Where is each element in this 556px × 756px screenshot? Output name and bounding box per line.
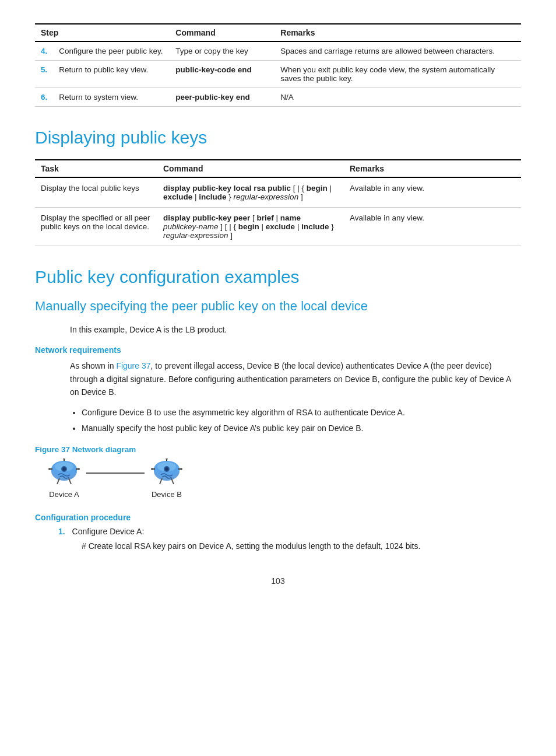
table-row: Display the specified or all peer public… bbox=[35, 208, 521, 246]
svg-point-8 bbox=[48, 468, 51, 470]
device-b-container: Device B bbox=[149, 459, 184, 499]
table-row: 5. Return to public key view. public-key… bbox=[35, 61, 521, 88]
step-table-top: Step Command Remarks 4. Configure the pe… bbox=[35, 23, 521, 107]
network-req-label: Network requirements bbox=[35, 345, 521, 355]
svg-point-17 bbox=[165, 467, 168, 471]
svg-point-4 bbox=[62, 467, 66, 471]
intro-text: In this example, Device A is the LB prod… bbox=[70, 323, 521, 336]
step-remarks-4: Spaces and carriage returns are allowed … bbox=[275, 41, 521, 61]
step-num-4: 4. bbox=[35, 41, 53, 61]
svg-point-10 bbox=[63, 459, 65, 460]
figure-label: Figure 37 Network diagram bbox=[35, 445, 521, 454]
proc-step-header-1: 1. Configure Device A: bbox=[58, 527, 521, 536]
svg-point-9 bbox=[78, 468, 80, 470]
step-remarks-5: When you exit public key code view, the … bbox=[275, 61, 521, 88]
table-row: Display the local public keys display pu… bbox=[35, 177, 521, 208]
proc-step-body-1: # Create local RSA key pairs on Device A… bbox=[82, 540, 521, 552]
task-col-remarks: Remarks bbox=[344, 160, 521, 177]
task-table: Task Command Remarks Display the local p… bbox=[35, 159, 521, 246]
svg-point-23 bbox=[166, 459, 168, 460]
step-num-5: 5. bbox=[35, 61, 53, 88]
device-a-label: Device A bbox=[49, 490, 79, 499]
step-desc-6: Return to system view. bbox=[53, 88, 170, 107]
table-row: 4. Configure the peer public key. Type o… bbox=[35, 41, 521, 61]
public-key-config-heading: Public key configuration examples bbox=[35, 267, 521, 287]
cmd-text-2: display public-key peer [ brief | name p… bbox=[163, 214, 334, 240]
task-cmd-2: display public-key peer [ brief | name p… bbox=[157, 208, 344, 246]
svg-point-21 bbox=[151, 468, 153, 470]
col-command: Command bbox=[170, 24, 275, 41]
task-remarks-1: Available in any view. bbox=[344, 177, 521, 208]
manually-specifying-heading: Manually specifying the peer public key … bbox=[35, 299, 521, 314]
svg-point-22 bbox=[180, 468, 182, 470]
col-step: Step bbox=[35, 24, 170, 41]
config-proc-label: Configuration procedure bbox=[35, 513, 521, 522]
list-item: Manually specify the host public key of … bbox=[82, 422, 521, 436]
step-cmd-5: public-key-code end bbox=[170, 61, 275, 88]
device-a-container: Device A bbox=[47, 459, 82, 499]
page-number: 103 bbox=[35, 576, 521, 586]
step-header-text-1: Configure Device A: bbox=[72, 527, 145, 536]
network-req-text: As shown in Figure 37, to prevent illega… bbox=[70, 359, 521, 398]
list-item: Configure Device B to use the asymmetric… bbox=[82, 406, 521, 420]
task-desc-2: Display the specified or all peer public… bbox=[35, 208, 157, 246]
step-num-6: 6. bbox=[35, 88, 53, 107]
proc-step-1: 1. Configure Device A: # Create local RS… bbox=[35, 527, 521, 552]
step-desc-4: Configure the peer public key. bbox=[53, 41, 170, 61]
cmd-text: display public-key local rsa public [ | … bbox=[163, 184, 332, 201]
task-col-cmd: Command bbox=[157, 160, 344, 177]
step-remarks-6: N/A bbox=[275, 88, 521, 107]
step-cmd-4: Type or copy the key bbox=[170, 41, 275, 61]
table-row: 6. Return to system view. peer-public-ke… bbox=[35, 88, 521, 107]
device-a-icon bbox=[47, 459, 82, 488]
step-number-1: 1. bbox=[58, 527, 65, 536]
task-cmd-1: display public-key local rsa public [ | … bbox=[157, 177, 344, 208]
col-remarks: Remarks bbox=[275, 24, 521, 41]
displaying-public-keys-heading: Displaying public keys bbox=[35, 128, 521, 148]
task-col-task: Task bbox=[35, 160, 157, 177]
device-b-icon bbox=[149, 459, 184, 488]
step-desc-5: Return to public key view. bbox=[53, 61, 170, 88]
step-cmd-6: peer-public-key end bbox=[170, 88, 275, 107]
connection-line bbox=[86, 473, 145, 474]
task-desc-1: Display the local public keys bbox=[35, 177, 157, 208]
figure-link[interactable]: Figure 37 bbox=[116, 361, 150, 370]
task-remarks-2: Available in any view. bbox=[344, 208, 521, 246]
device-b-label: Device B bbox=[152, 490, 182, 499]
network-req-bullets: Configure Device B to use the asymmetric… bbox=[82, 406, 521, 436]
network-diagram: Device A Device B bbox=[47, 459, 521, 499]
